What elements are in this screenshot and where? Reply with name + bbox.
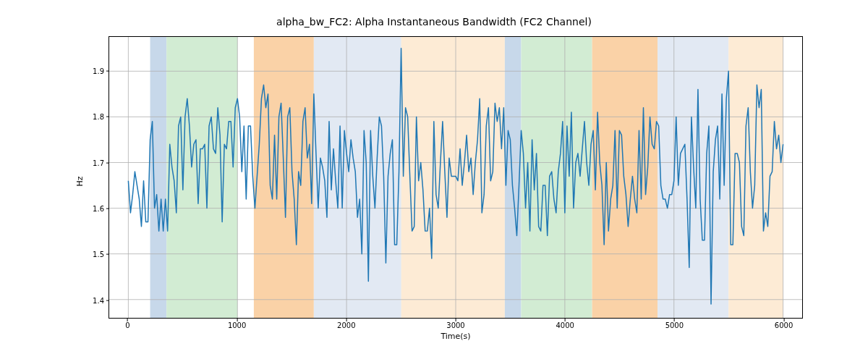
- xtick-mark: [674, 319, 675, 321]
- xtick-mark: [456, 319, 456, 321]
- xtick-label: 6000: [775, 321, 793, 329]
- svg-rect-6: [505, 37, 522, 318]
- svg-rect-8: [592, 37, 658, 318]
- svg-rect-10: [728, 37, 783, 318]
- xtick-label: 4000: [556, 321, 574, 329]
- ytick-label: 1.7: [0, 159, 104, 167]
- ytick-label: 1.8: [0, 113, 104, 121]
- y-axis-label: Hz: [75, 0, 85, 362]
- ytick-label: 1.9: [0, 67, 104, 75]
- svg-rect-0: [150, 37, 167, 318]
- ytick-label: 1.4: [0, 296, 104, 304]
- xtick-mark: [127, 319, 128, 321]
- xtick-mark: [565, 319, 566, 321]
- x-axis-label: Time(s): [109, 332, 803, 341]
- svg-rect-9: [658, 37, 728, 318]
- xtick-label: 3000: [446, 321, 464, 329]
- plot-axes: [109, 36, 803, 319]
- xtick-mark: [346, 319, 346, 321]
- xtick-label: 2000: [337, 321, 355, 329]
- xtick-mark: [237, 319, 237, 321]
- svg-rect-4: [401, 37, 505, 318]
- xtick-label: 1000: [228, 321, 246, 329]
- ytick-label: 1.6: [0, 204, 104, 212]
- xtick-label: 0: [125, 321, 129, 329]
- xtick-label: 5000: [665, 321, 684, 329]
- plot-svg: [109, 37, 802, 318]
- svg-rect-7: [522, 37, 592, 318]
- ytick-label: 1.5: [0, 251, 104, 258]
- chart-title: alpha_bw_FC2: Alpha Instantaneous Bandwi…: [0, 16, 868, 28]
- xtick-mark: [783, 319, 784, 321]
- chart-figure: alpha_bw_FC2: Alpha Instantaneous Bandwi…: [0, 0, 868, 362]
